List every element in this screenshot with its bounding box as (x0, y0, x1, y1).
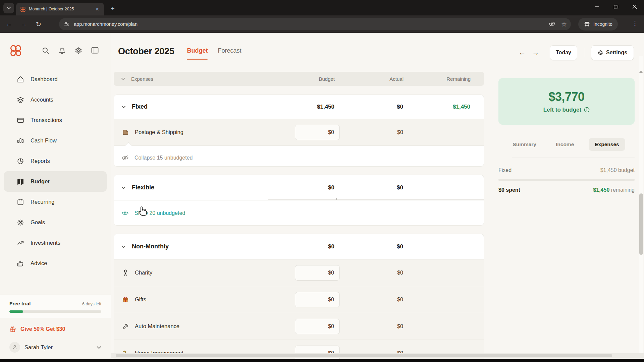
search-icon[interactable] (42, 47, 49, 54)
tab-close-icon[interactable]: ✕ (94, 6, 101, 12)
gift-box-icon (121, 296, 129, 303)
panel-tab-expenses[interactable]: Expenses (589, 138, 625, 151)
section-card-fixed: Fixed $1,450 $0 $1,450 Postage & Shippin… (114, 95, 484, 167)
url-text: app.monarchmoney.com/plan (74, 21, 548, 27)
section-card-non-monthly: Non-Monthly $0 $0 Charity $0 $0 Gifts $0 (114, 234, 484, 359)
column-actual: Actual (335, 76, 404, 82)
show-unbudgeted-row[interactable]: Show 20 unbudgeted (114, 200, 484, 226)
budget-input[interactable]: $0 (295, 319, 340, 334)
mouse-cursor (138, 206, 147, 218)
budget-input[interactable]: $0 (295, 125, 340, 140)
gear-icon[interactable] (75, 47, 82, 54)
category-row-gifts[interactable]: Gifts $0 $0 (114, 286, 484, 313)
page-title: October 2025 (118, 46, 174, 57)
sidebar: Dashboard Accounts Transactions Cash Flo… (0, 33, 111, 359)
summary-budget-label: $1,450 budget (600, 167, 635, 173)
credit-card-icon (17, 117, 24, 124)
browser-menu-icon[interactable]: ⋮ (632, 19, 638, 27)
budget-input[interactable]: $0 (295, 265, 340, 281)
section-budget-value: $1,450 (281, 104, 334, 110)
eye-off-icon (121, 155, 129, 161)
trending-up-icon (17, 239, 24, 247)
collapse-unbudgeted-row[interactable]: Collapse 15 unbudgeted (114, 145, 484, 167)
section-header-flexible[interactable]: Flexible $0 $0 (114, 175, 484, 200)
category-row-postage-shipping[interactable]: Postage & Shipping $0 $0 (114, 119, 484, 145)
window-minimize-button[interactable] (588, 0, 606, 13)
sidebar-toggle-icon[interactable] (91, 47, 99, 54)
browser-tab-strip: Monarch | October 2025 ✕ + (0, 0, 644, 15)
site-settings-icon[interactable] (64, 21, 70, 27)
tab-search-button[interactable] (3, 3, 14, 13)
sidebar-item-label: Recurring (31, 199, 55, 205)
gear-icon (598, 50, 603, 55)
actual-value: $0 (334, 297, 403, 303)
section-name: Non-Monthly (132, 243, 281, 250)
summary-remaining-label: $1,450 remaining (593, 187, 635, 193)
sidebar-item-advice[interactable]: Advice (4, 253, 107, 274)
previous-month-button[interactable]: ← (516, 49, 529, 57)
category-name: Auto Maintenance (135, 323, 281, 329)
next-month-button[interactable]: → (529, 49, 542, 57)
sidebar-item-investments[interactable]: Investments (4, 233, 107, 253)
avatar (9, 342, 20, 353)
summary-group-name: Fixed (498, 167, 512, 173)
sidebar-item-recurring[interactable]: Recurring (4, 192, 107, 212)
free-trial-card: Free trial 6 days left (0, 295, 111, 318)
new-tab-button[interactable]: + (108, 4, 117, 13)
chevron-down-icon[interactable] (121, 186, 126, 189)
sidebar-item-goals[interactable]: Goals (4, 212, 107, 233)
notifications-bell-icon[interactable] (58, 47, 66, 54)
browser-forward-button[interactable]: → (18, 18, 30, 30)
sidebar-nav: Dashboard Accounts Transactions Cash Flo… (0, 69, 111, 274)
left-to-budget-label: Left to budget (543, 107, 581, 113)
section-budget-value: $0 (281, 184, 334, 191)
sidebar-item-transactions[interactable]: Transactions (4, 110, 107, 130)
category-row-charity[interactable]: Charity $0 $0 (114, 259, 484, 286)
browser-reload-button[interactable]: ↻ (33, 18, 44, 30)
summary-spent-label: $0 spent (498, 187, 520, 193)
panel-tab-income[interactable]: Income (551, 138, 579, 151)
window-restore-button[interactable] (606, 0, 625, 13)
section-card-flexible: Flexible $0 $0 Show 20 unbudgeted (114, 175, 484, 226)
settings-button[interactable]: Settings (591, 45, 634, 60)
sidebar-item-cash-flow[interactable]: Cash Flow (4, 130, 107, 151)
vertical-scrollbar-thumb[interactable] (639, 193, 643, 255)
section-header-non-monthly[interactable]: Non-Monthly $0 $0 (114, 234, 484, 259)
eye-off-icon[interactable] (548, 21, 556, 27)
budget-input[interactable]: $0 (295, 292, 340, 307)
table-header: Expenses Budget Actual Remaining (114, 72, 484, 86)
tab-budget[interactable]: Budget (187, 47, 208, 56)
actual-value: $0 (334, 129, 403, 135)
left-to-budget-amount: $3,770 (548, 90, 584, 104)
thumbs-up-icon (17, 260, 24, 267)
category-row-auto-maintenance[interactable]: Auto Maintenance $0 $0 (114, 313, 484, 340)
collapse-all-chevron-icon[interactable] (121, 77, 125, 80)
window-close-button[interactable] (625, 0, 644, 13)
sidebar-item-reports[interactable]: Reports (4, 151, 107, 171)
target-icon (17, 219, 24, 226)
tab-forecast[interactable]: Forecast (218, 47, 241, 56)
scroll-up-arrow-icon[interactable] (639, 70, 643, 73)
user-profile[interactable]: Sarah Tyler (0, 336, 111, 359)
bookmark-star-icon[interactable]: ☆ (561, 20, 567, 28)
home-icon (17, 76, 24, 83)
sidebar-item-budget[interactable]: Budget (4, 171, 107, 192)
sidebar-item-dashboard[interactable]: Dashboard (4, 69, 107, 89)
info-icon[interactable] (584, 107, 590, 113)
horizontal-scrollbar-thumb[interactable] (116, 354, 612, 357)
referral-link[interactable]: Give 50% Get $30 (0, 318, 111, 336)
browser-back-button[interactable]: ← (3, 18, 15, 30)
actual-value: $0 (334, 270, 403, 276)
chevron-down-icon[interactable] (121, 245, 126, 248)
sidebar-item-accounts[interactable]: Accounts (4, 89, 107, 110)
today-button[interactable]: Today (550, 45, 577, 60)
browser-tab[interactable]: Monarch | October 2025 ✕ (16, 3, 104, 15)
monarch-logo[interactable] (9, 44, 22, 57)
referral-label: Give 50% Get $30 (20, 326, 65, 332)
tab-title: Monarch | October 2025 (29, 7, 94, 11)
address-bar[interactable]: app.monarchmoney.com/plan ☆ (59, 18, 571, 30)
section-header-fixed[interactable]: Fixed $1,450 $0 $1,450 (114, 95, 484, 119)
panel-tab-summary[interactable]: Summary (508, 138, 541, 151)
sidebar-item-label: Cash Flow (31, 137, 57, 144)
chevron-down-icon[interactable] (121, 106, 126, 108)
